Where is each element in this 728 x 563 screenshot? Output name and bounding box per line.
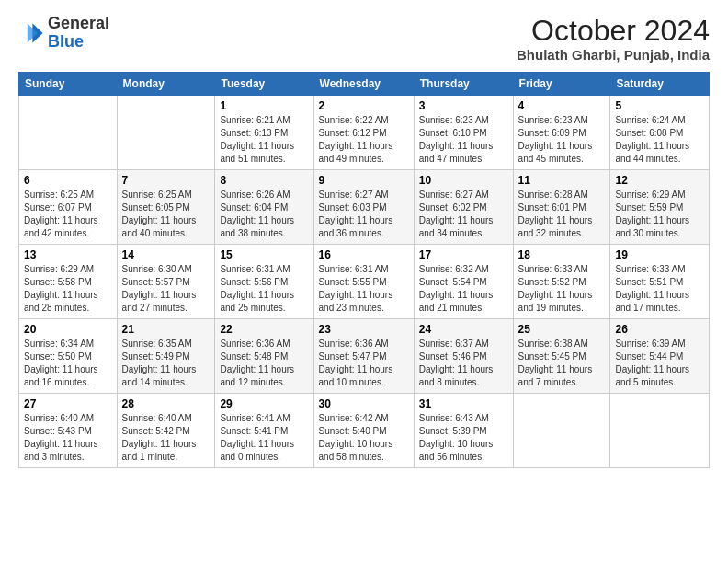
day-number: 7 bbox=[122, 174, 210, 187]
day-number: 16 bbox=[319, 248, 409, 261]
calendar-table: SundayMondayTuesdayWednesdayThursdayFrid… bbox=[18, 72, 710, 468]
logo-text: General Blue bbox=[48, 15, 109, 52]
day-info: Sunrise: 6:21 AM Sunset: 6:13 PM Dayligh… bbox=[220, 114, 308, 166]
calendar-cell: 31Sunrise: 6:43 AM Sunset: 5:39 PM Dayli… bbox=[414, 394, 513, 468]
day-number: 1 bbox=[220, 99, 308, 112]
calendar-cell: 4Sunrise: 6:23 AM Sunset: 6:09 PM Daylig… bbox=[513, 96, 610, 170]
calendar-cell: 7Sunrise: 6:25 AM Sunset: 6:05 PM Daylig… bbox=[117, 170, 215, 245]
day-number: 6 bbox=[24, 174, 112, 187]
page: General Blue October 2024 Bhulath Gharbi… bbox=[0, 0, 728, 563]
calendar-cell: 9Sunrise: 6:27 AM Sunset: 6:03 PM Daylig… bbox=[313, 170, 414, 245]
calendar-cell: 24Sunrise: 6:37 AM Sunset: 5:46 PM Dayli… bbox=[414, 319, 513, 394]
calendar-cell: 8Sunrise: 6:26 AM Sunset: 6:04 PM Daylig… bbox=[215, 170, 313, 245]
calendar-cell: 16Sunrise: 6:31 AM Sunset: 5:55 PM Dayli… bbox=[313, 245, 414, 319]
weekday-header-sunday: Sunday bbox=[19, 73, 118, 96]
calendar-cell: 1Sunrise: 6:21 AM Sunset: 6:13 PM Daylig… bbox=[215, 96, 313, 170]
header: General Blue October 2024 Bhulath Gharbi… bbox=[18, 15, 710, 63]
weekday-header-monday: Monday bbox=[117, 73, 215, 96]
day-info: Sunrise: 6:27 AM Sunset: 6:02 PM Dayligh… bbox=[419, 189, 508, 240]
calendar-cell: 25Sunrise: 6:38 AM Sunset: 5:45 PM Dayli… bbox=[513, 319, 610, 394]
calendar-week-row: 6Sunrise: 6:25 AM Sunset: 6:07 PM Daylig… bbox=[19, 170, 710, 245]
calendar-cell: 11Sunrise: 6:28 AM Sunset: 6:01 PM Dayli… bbox=[513, 170, 610, 245]
calendar-cell: 28Sunrise: 6:40 AM Sunset: 5:42 PM Dayli… bbox=[117, 394, 215, 468]
day-number: 24 bbox=[419, 323, 508, 336]
day-info: Sunrise: 6:31 AM Sunset: 5:56 PM Dayligh… bbox=[220, 263, 308, 315]
month-title: October 2024 bbox=[517, 15, 710, 47]
calendar-cell bbox=[610, 394, 710, 468]
weekday-header-row: SundayMondayTuesdayWednesdayThursdayFrid… bbox=[19, 73, 710, 96]
calendar-cell: 13Sunrise: 6:29 AM Sunset: 5:58 PM Dayli… bbox=[19, 245, 118, 319]
calendar-cell: 19Sunrise: 6:33 AM Sunset: 5:51 PM Dayli… bbox=[610, 245, 710, 319]
day-number: 19 bbox=[615, 248, 704, 261]
calendar-cell: 5Sunrise: 6:24 AM Sunset: 6:08 PM Daylig… bbox=[610, 96, 710, 170]
calendar-cell: 3Sunrise: 6:23 AM Sunset: 6:10 PM Daylig… bbox=[414, 96, 513, 170]
calendar-week-row: 27Sunrise: 6:40 AM Sunset: 5:43 PM Dayli… bbox=[19, 394, 710, 468]
calendar-cell: 18Sunrise: 6:33 AM Sunset: 5:52 PM Dayli… bbox=[513, 245, 610, 319]
calendar-week-row: 20Sunrise: 6:34 AM Sunset: 5:50 PM Dayli… bbox=[19, 319, 710, 394]
day-info: Sunrise: 6:41 AM Sunset: 5:41 PM Dayligh… bbox=[220, 412, 308, 464]
day-info: Sunrise: 6:24 AM Sunset: 6:08 PM Dayligh… bbox=[615, 114, 704, 166]
calendar-week-row: 13Sunrise: 6:29 AM Sunset: 5:58 PM Dayli… bbox=[19, 245, 710, 319]
calendar-cell: 17Sunrise: 6:32 AM Sunset: 5:54 PM Dayli… bbox=[414, 245, 513, 319]
day-info: Sunrise: 6:42 AM Sunset: 5:40 PM Dayligh… bbox=[319, 412, 409, 464]
calendar-cell: 10Sunrise: 6:27 AM Sunset: 6:02 PM Dayli… bbox=[414, 170, 513, 245]
calendar-cell: 2Sunrise: 6:22 AM Sunset: 6:12 PM Daylig… bbox=[313, 96, 414, 170]
calendar-cell: 26Sunrise: 6:39 AM Sunset: 5:44 PM Dayli… bbox=[610, 319, 710, 394]
day-info: Sunrise: 6:43 AM Sunset: 5:39 PM Dayligh… bbox=[419, 412, 508, 464]
day-number: 30 bbox=[319, 397, 409, 410]
day-number: 20 bbox=[24, 323, 112, 336]
day-info: Sunrise: 6:37 AM Sunset: 5:46 PM Dayligh… bbox=[419, 338, 508, 389]
day-info: Sunrise: 6:32 AM Sunset: 5:54 PM Dayligh… bbox=[419, 263, 508, 315]
calendar-cell: 30Sunrise: 6:42 AM Sunset: 5:40 PM Dayli… bbox=[313, 394, 414, 468]
day-number: 21 bbox=[122, 323, 210, 336]
day-number: 17 bbox=[419, 248, 508, 261]
day-info: Sunrise: 6:29 AM Sunset: 5:59 PM Dayligh… bbox=[615, 189, 704, 240]
calendar-cell: 29Sunrise: 6:41 AM Sunset: 5:41 PM Dayli… bbox=[215, 394, 313, 468]
calendar-cell: 23Sunrise: 6:36 AM Sunset: 5:47 PM Dayli… bbox=[313, 319, 414, 394]
calendar-week-row: 1Sunrise: 6:21 AM Sunset: 6:13 PM Daylig… bbox=[19, 96, 710, 170]
day-info: Sunrise: 6:36 AM Sunset: 5:48 PM Dayligh… bbox=[220, 338, 308, 389]
day-number: 12 bbox=[615, 174, 704, 187]
day-number: 10 bbox=[419, 174, 508, 187]
day-number: 4 bbox=[518, 99, 606, 112]
calendar-cell: 27Sunrise: 6:40 AM Sunset: 5:43 PM Dayli… bbox=[19, 394, 118, 468]
day-info: Sunrise: 6:36 AM Sunset: 5:47 PM Dayligh… bbox=[319, 338, 409, 389]
day-info: Sunrise: 6:22 AM Sunset: 6:12 PM Dayligh… bbox=[319, 114, 409, 166]
day-number: 14 bbox=[122, 248, 210, 261]
day-info: Sunrise: 6:27 AM Sunset: 6:03 PM Dayligh… bbox=[319, 189, 409, 240]
day-info: Sunrise: 6:29 AM Sunset: 5:58 PM Dayligh… bbox=[24, 263, 112, 315]
day-number: 28 bbox=[122, 397, 210, 410]
day-info: Sunrise: 6:30 AM Sunset: 5:57 PM Dayligh… bbox=[122, 263, 210, 315]
day-number: 18 bbox=[518, 248, 606, 261]
day-number: 27 bbox=[24, 397, 112, 410]
weekday-header-thursday: Thursday bbox=[414, 73, 513, 96]
day-number: 11 bbox=[518, 174, 606, 187]
day-number: 8 bbox=[220, 174, 308, 187]
day-info: Sunrise: 6:33 AM Sunset: 5:52 PM Dayligh… bbox=[518, 263, 606, 315]
logo-general: General bbox=[48, 15, 109, 33]
calendar-cell: 20Sunrise: 6:34 AM Sunset: 5:50 PM Dayli… bbox=[19, 319, 118, 394]
weekday-header-wednesday: Wednesday bbox=[313, 73, 414, 96]
day-info: Sunrise: 6:40 AM Sunset: 5:43 PM Dayligh… bbox=[24, 412, 112, 464]
day-info: Sunrise: 6:25 AM Sunset: 6:05 PM Dayligh… bbox=[122, 189, 210, 240]
calendar-cell: 22Sunrise: 6:36 AM Sunset: 5:48 PM Dayli… bbox=[215, 319, 313, 394]
day-number: 5 bbox=[615, 99, 704, 112]
calendar-cell bbox=[513, 394, 610, 468]
day-number: 22 bbox=[220, 323, 308, 336]
calendar-cell: 21Sunrise: 6:35 AM Sunset: 5:49 PM Dayli… bbox=[117, 319, 215, 394]
weekday-header-tuesday: Tuesday bbox=[215, 73, 313, 96]
day-number: 3 bbox=[419, 99, 508, 112]
calendar-cell bbox=[117, 96, 215, 170]
day-number: 23 bbox=[319, 323, 409, 336]
day-number: 26 bbox=[615, 323, 704, 336]
day-info: Sunrise: 6:39 AM Sunset: 5:44 PM Dayligh… bbox=[615, 338, 704, 389]
weekday-header-friday: Friday bbox=[513, 73, 610, 96]
day-number: 13 bbox=[24, 248, 112, 261]
day-info: Sunrise: 6:38 AM Sunset: 5:45 PM Dayligh… bbox=[518, 338, 606, 389]
day-number: 31 bbox=[419, 397, 508, 410]
day-info: Sunrise: 6:23 AM Sunset: 6:10 PM Dayligh… bbox=[419, 114, 508, 166]
day-info: Sunrise: 6:23 AM Sunset: 6:09 PM Dayligh… bbox=[518, 114, 606, 166]
calendar-cell: 15Sunrise: 6:31 AM Sunset: 5:56 PM Dayli… bbox=[215, 245, 313, 319]
logo: General Blue bbox=[18, 15, 109, 52]
day-info: Sunrise: 6:40 AM Sunset: 5:42 PM Dayligh… bbox=[122, 412, 210, 464]
